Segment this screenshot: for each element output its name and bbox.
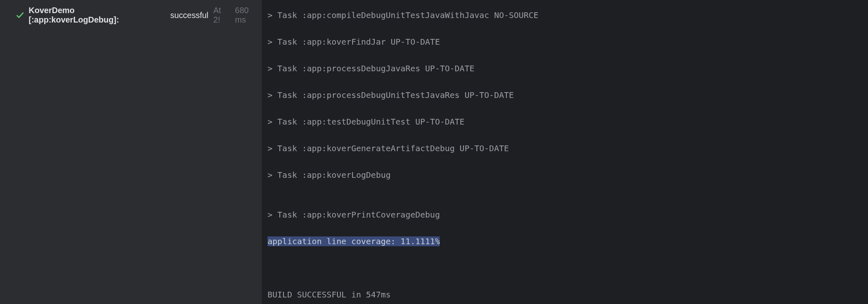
build-console-output[interactable]: > Task :app:compileDebugUnitTestJavaWith… (262, 0, 868, 299)
task-time-prefix: At 2! (214, 6, 230, 25)
task-duration: 680 ms (235, 6, 262, 25)
coverage-result: application line coverage: 11.1111% (268, 236, 440, 246)
console-line: > Task :app:koverFindJar UP-TO-DATE (268, 35, 868, 49)
console-line: > Task :app:koverPrintCoverageDebug (268, 208, 868, 222)
console-line: > Task :app:koverLogDebug (268, 168, 868, 182)
task-name: KoverDemo [:app:koverLogDebug]: (29, 6, 167, 25)
console-line: > Task :app:processDebugJavaRes UP-TO-DA… (268, 62, 868, 75)
console-line: > Task :app:testDebugUnitTest UP-TO-DATE (268, 115, 868, 129)
console-line: > Task :app:compileDebugUnitTestJavaWith… (268, 9, 868, 22)
console-line: > Task :app:koverGenerateArtifactDebug U… (268, 142, 868, 155)
console-line: > Task :app:processDebugUnitTestJavaRes … (268, 88, 868, 102)
console-line: BUILD SUCCESSFUL in 547ms (268, 288, 868, 299)
task-status: successful (170, 11, 208, 20)
task-entry[interactable]: KoverDemo [:app:koverLogDebug]: successf… (16, 6, 262, 25)
success-check-icon (16, 11, 25, 20)
build-task-panel: KoverDemo [:app:koverLogDebug]: successf… (0, 0, 262, 304)
console-line-highlighted: application line coverage: 11.1111% (268, 235, 868, 248)
